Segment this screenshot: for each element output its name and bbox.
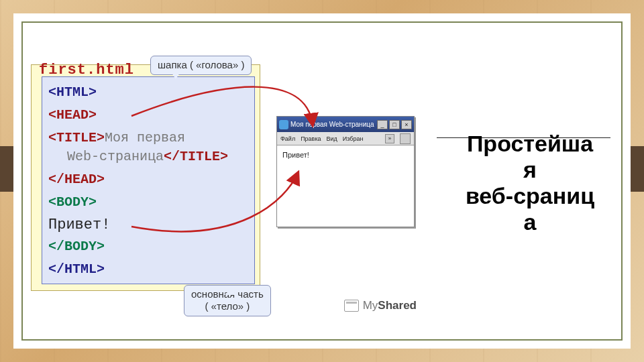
callout-tail-bot [225, 287, 236, 295]
callout-body-l2: ( «тело» ) [205, 300, 250, 312]
body-text: Привет! [48, 217, 110, 233]
tag-body-close: </BODY> [48, 239, 105, 254]
watermark: MyShared [344, 299, 417, 312]
browser-titlebar: Моя первая Web-страница ... _ □ × [277, 117, 414, 132]
browser-menu: Файл Правка Вид Избран » [277, 132, 414, 145]
maximize-button[interactable]: □ [389, 120, 400, 129]
menu-view[interactable]: Вид [327, 135, 337, 142]
headline-l2: я [523, 157, 537, 182]
title-text-2: Web-страница [48, 149, 164, 164]
browser-title: Моя первая Web-страница ... [290, 121, 375, 128]
slide-frame: first.html <HTML> <HEAD> <TITLE>Моя перв… [13, 13, 631, 349]
callout-tail-top [170, 71, 181, 79]
menu-file[interactable]: Файл [280, 135, 295, 142]
title-text-1: Моя первая [105, 130, 185, 145]
close-button[interactable]: × [401, 120, 412, 129]
browser-content: Привет! [277, 145, 414, 227]
minimize-button[interactable]: _ [377, 120, 388, 129]
tag-html-close: </HTML> [48, 261, 105, 277]
browser-window: Моя первая Web-страница ... _ □ × Файл П… [276, 116, 415, 227]
tag-body-open: <BODY> [48, 194, 97, 210]
watermark-prefix: My [363, 299, 378, 312]
tag-title-close: </TITLE> [164, 149, 228, 164]
menu-edit[interactable]: Правка [301, 135, 321, 142]
file-name: first.html [39, 62, 134, 78]
watermark-icon [344, 300, 359, 312]
slide-headline: Простейша я веб-сраниц а [449, 131, 610, 235]
watermark-suffix: Shared [378, 299, 417, 312]
headline-l4: а [524, 209, 537, 235]
tag-head-open: <HEAD> [48, 107, 97, 123]
headline-l3: веб-сраниц [466, 183, 594, 208]
ie-icon [279, 120, 288, 129]
headline-l1: Простейша [467, 131, 593, 156]
tag-html-open: <HTML> [48, 84, 97, 100]
code-block: <HTML> <HEAD> <TITLE>Моя первая Web-стра… [48, 83, 263, 279]
tag-head-close: </HEAD> [48, 172, 105, 187]
callout-header: шапка ( «голова» ) [150, 56, 252, 75]
tag-title-open: <TITLE> [48, 130, 105, 145]
illustration-area: first.html <HTML> <HEAD> <TITLE>Моя перв… [24, 52, 437, 319]
throbber-icon [400, 133, 411, 144]
chevron-right-icon[interactable]: » [385, 134, 394, 143]
menu-favorites[interactable]: Избран [343, 135, 364, 142]
